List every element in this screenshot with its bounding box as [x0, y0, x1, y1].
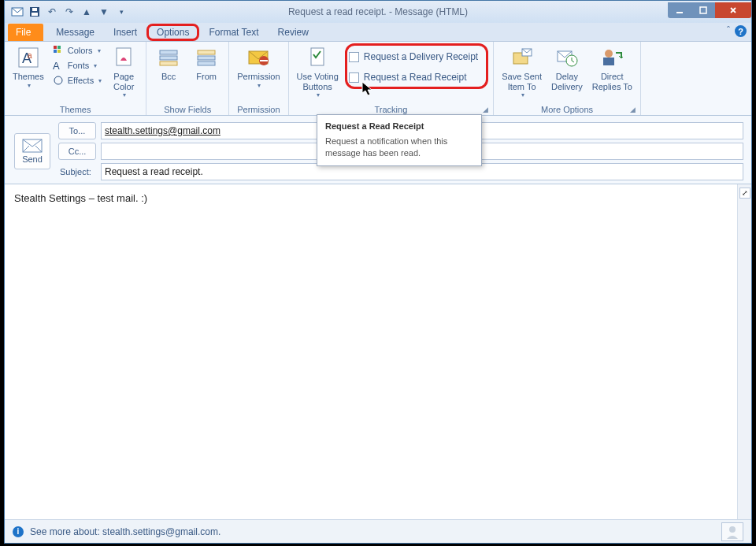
- tooltip-title: Request a Read Receipt: [325, 121, 473, 131]
- message-body-text[interactable]: Stealth Settings – test mail. :): [5, 184, 751, 212]
- tab-format-text[interactable]: Format Text: [199, 24, 268, 41]
- redo-icon[interactable]: ↷: [61, 4, 77, 20]
- minimize-button[interactable]: [668, 2, 691, 18]
- svg-rect-18: [160, 61, 177, 65]
- group-label-tracking: Tracking◢: [294, 103, 489, 115]
- svg-rect-10: [57, 46, 61, 49]
- page-color-button[interactable]: Page Color▾: [106, 43, 141, 100]
- page-color-icon: [111, 45, 136, 70]
- from-button[interactable]: From: [189, 43, 224, 84]
- direct-replies-icon: [599, 45, 624, 70]
- group-label-more-options: More Options◢: [498, 103, 636, 115]
- outlook-icon: [9, 4, 25, 20]
- delay-delivery-button[interactable]: Delay Delivery: [548, 43, 586, 93]
- svg-rect-24: [260, 60, 268, 61]
- themes-icon: Aa: [16, 45, 41, 70]
- maximize-button[interactable]: [691, 2, 715, 18]
- vertical-scrollbar[interactable]: ⤢: [737, 184, 751, 519]
- svg-rect-9: [54, 46, 57, 49]
- permission-icon: [246, 45, 271, 70]
- tab-message[interactable]: Message: [46, 24, 104, 41]
- group-themes: Aa Themes▾ Colors▾ AFonts▾ Effects▾ Page…: [5, 42, 146, 115]
- quick-access-toolbar: ↶ ↷ ▲ ▼ ▾: [5, 4, 129, 20]
- contact-avatar[interactable]: [721, 522, 743, 541]
- window-controls: [668, 3, 751, 20]
- tab-review[interactable]: Review: [269, 24, 318, 41]
- permission-button[interactable]: Permission▾: [234, 43, 283, 91]
- message-body-area[interactable]: Stealth Settings – test mail. :) ⤢: [5, 184, 751, 519]
- svg-rect-3: [32, 8, 37, 11]
- dialog-launcher-icon[interactable]: ◢: [630, 106, 636, 113]
- close-button[interactable]: [715, 2, 751, 18]
- send-button[interactable]: Send: [14, 133, 50, 169]
- undo-icon[interactable]: ↶: [44, 4, 60, 20]
- save-sent-icon: [510, 45, 535, 70]
- save-sent-item-to-button[interactable]: Save Sent Item To▾: [498, 43, 545, 100]
- group-label-themes: Themes: [9, 103, 141, 115]
- to-button[interactable]: To...: [58, 122, 96, 139]
- minimize-ribbon-icon[interactable]: ˆ: [727, 25, 730, 37]
- svg-rect-19: [198, 50, 215, 54]
- dialog-launcher-icon[interactable]: ◢: [483, 106, 488, 113]
- colors-button[interactable]: Colors▾: [50, 43, 103, 58]
- request-read-receipt[interactable]: Request a Read Receipt: [347, 69, 483, 85]
- info-icon: i: [13, 526, 24, 537]
- bcc-button[interactable]: Bcc: [151, 43, 186, 84]
- svg-rect-5: [700, 7, 706, 13]
- save-icon[interactable]: [27, 4, 43, 20]
- svg-rect-15: [117, 48, 131, 65]
- next-icon[interactable]: ▼: [96, 4, 112, 20]
- group-label-show-fields: Show Fields: [151, 103, 224, 115]
- fonts-button[interactable]: AFonts▾: [50, 58, 103, 72]
- previous-icon[interactable]: ▲: [79, 4, 94, 20]
- status-text[interactable]: See more about: stealth.settings@gmail.c…: [30, 526, 220, 537]
- group-label-permission: Permission: [234, 103, 283, 115]
- cc-button[interactable]: Cc...: [58, 143, 96, 160]
- svg-rect-17: [160, 56, 177, 60]
- zoom-nub-icon[interactable]: ⤢: [739, 188, 750, 199]
- request-delivery-receipt[interactable]: Request a Delivery Receipt: [347, 49, 483, 65]
- direct-replies-to-button[interactable]: Direct Replies To: [589, 43, 636, 93]
- tab-file[interactable]: File: [8, 24, 43, 41]
- use-voting-buttons[interactable]: Use Voting Buttons▾: [294, 43, 342, 100]
- svg-rect-16: [160, 50, 177, 54]
- effects-icon: [52, 74, 65, 87]
- tab-insert[interactable]: Insert: [104, 24, 146, 41]
- tab-options[interactable]: Options: [146, 24, 199, 41]
- svg-point-33: [729, 526, 736, 533]
- help-icon[interactable]: ?: [735, 25, 747, 37]
- svg-rect-2: [32, 13, 38, 16]
- status-bar: i See more about: stealth.settings@gmail…: [5, 519, 751, 543]
- colors-icon: [52, 44, 65, 57]
- ribbon: Aa Themes▾ Colors▾ AFonts▾ Effects▾ Page…: [5, 42, 751, 116]
- group-more-options: Save Sent Item To▾ Delay Delivery Direct…: [494, 42, 641, 115]
- svg-point-30: [605, 50, 613, 58]
- group-show-fields: Bcc From Show Fields: [146, 42, 229, 115]
- bcc-icon: [156, 45, 181, 70]
- checkbox-icon[interactable]: [349, 52, 359, 62]
- themes-button[interactable]: Aa Themes▾: [9, 43, 47, 91]
- outlook-message-window: ↶ ↷ ▲ ▼ ▾ Request a read receipt. - Mess…: [4, 0, 752, 544]
- delay-icon: [554, 45, 580, 70]
- svg-text:a: a: [28, 51, 32, 60]
- group-tracking: Use Voting Buttons▾ Request a Delivery R…: [289, 42, 495, 115]
- svg-rect-31: [603, 58, 614, 65]
- group-permission: Permission▾ Permission: [229, 42, 288, 115]
- titlebar: ↶ ↷ ▲ ▼ ▾ Request a read receipt. - Mess…: [5, 1, 751, 23]
- checkbox-icon[interactable]: [349, 72, 359, 83]
- svg-point-14: [54, 76, 62, 84]
- qat-customize-icon[interactable]: ▾: [113, 4, 129, 20]
- svg-rect-20: [198, 56, 215, 60]
- ribbon-tabs: File Message Insert Options Format Text …: [5, 23, 751, 42]
- fonts-icon: A: [52, 59, 65, 72]
- svg-rect-21: [198, 61, 215, 65]
- tooltip-read-receipt: Request a Read Receipt Request a notific…: [317, 114, 482, 166]
- svg-rect-11: [54, 50, 57, 53]
- tooltip-body: Request a notification when this message…: [325, 136, 473, 159]
- from-icon: [194, 45, 219, 70]
- subject-label: Subject:: [58, 167, 96, 176]
- svg-rect-12: [57, 50, 61, 53]
- svg-text:A: A: [53, 60, 60, 71]
- effects-button[interactable]: Effects▾: [50, 73, 103, 87]
- svg-rect-4: [676, 12, 683, 13]
